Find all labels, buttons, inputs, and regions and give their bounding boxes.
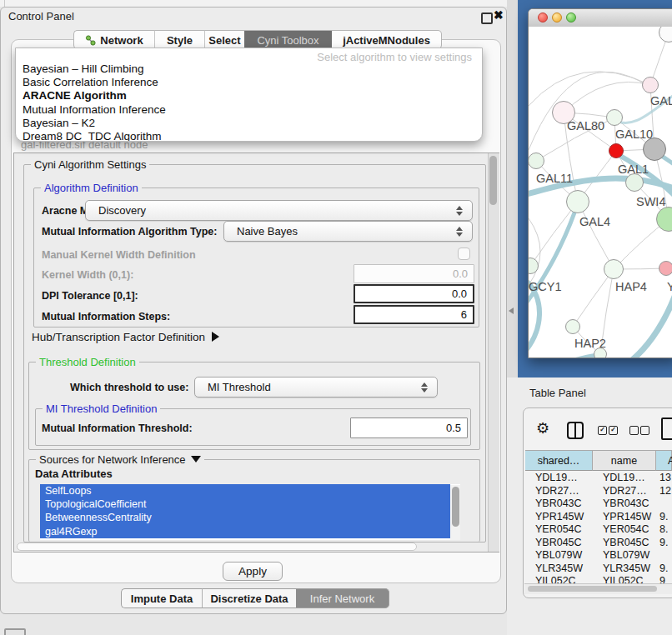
network-node[interactable]	[659, 261, 672, 276]
table-cell: 13	[656, 472, 672, 485]
network-node[interactable]	[529, 152, 544, 169]
minimized-panel-icon[interactable]	[4, 628, 26, 635]
table-cell: YBL079W	[593, 549, 656, 562]
gear-icon[interactable]: ⚙	[536, 419, 549, 438]
tab-cyni-toolbox[interactable]: Cyni Toolbox	[244, 30, 332, 49]
checked-checkbox-icon[interactable]: ✓	[609, 426, 618, 435]
panel-divider[interactable]	[507, 0, 518, 378]
network-node-label: GAL11	[536, 172, 573, 185]
network-node[interactable]	[565, 319, 580, 334]
table-cell: YDL19…	[525, 472, 593, 485]
network-node[interactable]	[594, 348, 607, 358]
network-node-label: GAL4	[579, 215, 610, 228]
dpi-tolerance-label: DPI Tolerance [0,1]:	[42, 290, 138, 302]
table-row[interactable]: YBR043CYBR043C	[525, 498, 672, 511]
table-hscrollbar-track[interactable]	[524, 583, 672, 594]
network-node[interactable]	[604, 259, 624, 279]
tab-jactivemnodules[interactable]: jActiveMNodules	[332, 30, 442, 49]
data-attributes-list[interactable]: SelfLoopsTopologicalCoefficientBetweenne…	[40, 484, 460, 540]
data-attribute-item[interactable]: BetweennessCentrality	[40, 511, 450, 524]
aracne-mode-select[interactable]: Discovery	[85, 200, 473, 221]
network-node[interactable]	[566, 190, 589, 213]
columns-icon[interactable]	[567, 422, 584, 439]
table-cell: YLR345W	[525, 562, 593, 576]
tab-select[interactable]: Select	[204, 30, 244, 49]
network-window[interactable]: GALGAL80GAL10GAL1GAL11SWI4GAL4GCY1HAP4YH…	[528, 8, 672, 358]
tab-impute-data[interactable]: Impute Data	[121, 588, 202, 608]
table-row[interactable]: YDR27…YDR27…12	[525, 485, 672, 498]
data-attribute-item[interactable]: gal4RGexp	[40, 525, 450, 538]
checked-checkbox-icon[interactable]: ✓	[598, 426, 607, 435]
table-row[interactable]: YIL052CYIL052C9	[525, 575, 672, 583]
hub-definition-toggle[interactable]: Hub/Transcription Factor Definition	[32, 331, 219, 343]
tab-style[interactable]: Style	[154, 30, 204, 49]
unchecked-checkbox-icon[interactable]	[640, 426, 649, 435]
which-threshold-select[interactable]: MI Threshold	[194, 377, 438, 398]
table-row[interactable]: YBR045CYBR045C9.	[525, 537, 672, 550]
settings-hscrollbar-thumb[interactable]	[17, 542, 417, 551]
float-panel-icon[interactable]	[481, 12, 493, 24]
data-attribute-item[interactable]: SelfLoops	[40, 484, 450, 498]
mi-type-select[interactable]: Naive Bayes	[223, 221, 473, 242]
close-panel-icon[interactable]: ✖	[494, 8, 504, 22]
sources-legend[interactable]: Sources for Network Inference	[36, 453, 204, 466]
mi-threshold-input[interactable]: 0.5	[350, 418, 468, 438]
table-row[interactable]: YER054CYER054C8.	[525, 523, 672, 537]
collapse-down-icon	[191, 456, 201, 462]
table-cell: 8.	[656, 523, 672, 537]
algorithm-option[interactable]: Dream8 DC_TDC Algorithm	[19, 130, 479, 142]
list-scrollbar-thumb[interactable]	[452, 487, 459, 527]
mi-steps-input[interactable]: 6	[354, 305, 474, 324]
close-window-icon[interactable]	[538, 12, 548, 22]
network-canvas[interactable]: GALGAL80GAL10GAL1GAL11SWI4GAL4GCY1HAP4YH…	[529, 27, 672, 358]
data-attribute-item[interactable]: TopologicalCoefficient	[40, 498, 450, 511]
kernel-width-input[interactable]: 0.0	[354, 264, 474, 283]
column-header-third[interactable]: A	[656, 450, 672, 471]
apply-button[interactable]: Apply	[223, 562, 283, 581]
minimize-window-icon[interactable]	[552, 12, 562, 22]
settings-vscrollbar-track[interactable]	[488, 153, 499, 552]
table-cell: 9.	[656, 562, 672, 576]
algorithm-dropdown: Select algorithm to view settings Bayesi…	[15, 48, 483, 142]
stepper-arrows-icon	[456, 227, 463, 237]
network-node[interactable]	[642, 77, 659, 93]
algorithm-option[interactable]: ARACNE Algorithm	[19, 89, 479, 102]
network-node[interactable]	[609, 143, 624, 158]
network-window-titlebar[interactable]	[529, 9, 672, 28]
table-cell: YBR045C	[593, 537, 656, 550]
settings-vscrollbar-thumb[interactable]	[489, 156, 497, 205]
tab-select-label: Select	[208, 34, 240, 47]
table-row[interactable]: YLR345WYLR345W9.	[525, 562, 672, 576]
zoom-window-icon[interactable]	[566, 12, 576, 22]
network-node[interactable]	[625, 173, 644, 192]
tab-jactivemnodules-label: jActiveMNodules	[343, 34, 430, 47]
algorithm-option[interactable]: Bayesian – K2	[19, 117, 479, 130]
table-row[interactable]: YBL079WYBL079W	[525, 549, 672, 562]
dpi-tolerance-input[interactable]: 0.0	[354, 284, 474, 303]
tab-discretize-data[interactable]: Discretize Data	[202, 588, 296, 608]
table-row[interactable]: YPR145WYPR145W9.	[525, 511, 672, 524]
sources-legend-label: Sources for Network Inference	[39, 453, 186, 466]
tab-discretize-data-label: Discretize Data	[210, 592, 288, 605]
algorithm-option[interactable]: Basic Correlation Inference	[19, 76, 479, 89]
tab-network[interactable]: Network	[73, 30, 154, 49]
column-header-name[interactable]: name	[593, 450, 656, 471]
file-icon[interactable]	[661, 418, 672, 440]
data-attributes-label: Data Attributes	[35, 468, 113, 480]
network-node-label: SWI4	[636, 195, 665, 208]
divider-collapse-icon[interactable]	[509, 308, 514, 314]
column-header-shared[interactable]: shared…	[525, 450, 593, 471]
tab-infer-network[interactable]: Infer Network	[296, 588, 389, 608]
table-hscrollbar-thumb[interactable]	[528, 586, 657, 592]
manual-kernel-label: Manual Kernel Width Definition	[42, 249, 196, 261]
algorithm-option[interactable]: Bayesian – Hill Climbing	[19, 62, 479, 76]
algorithm-option[interactable]: Mutual Information Inference	[19, 103, 479, 117]
network-node[interactable]	[606, 109, 623, 126]
network-node[interactable]	[643, 138, 666, 161]
kernel-width-label: Kernel Width (0,1):	[42, 269, 133, 281]
table-cell: YLR345W	[593, 562, 656, 576]
manual-kernel-checkbox[interactable]	[458, 248, 470, 260]
threshold-definition-legend: Threshold Definition	[36, 356, 139, 368]
unchecked-checkbox-icon[interactable]	[629, 426, 639, 435]
table-row[interactable]: YDL19…YDL19…13	[525, 472, 672, 485]
